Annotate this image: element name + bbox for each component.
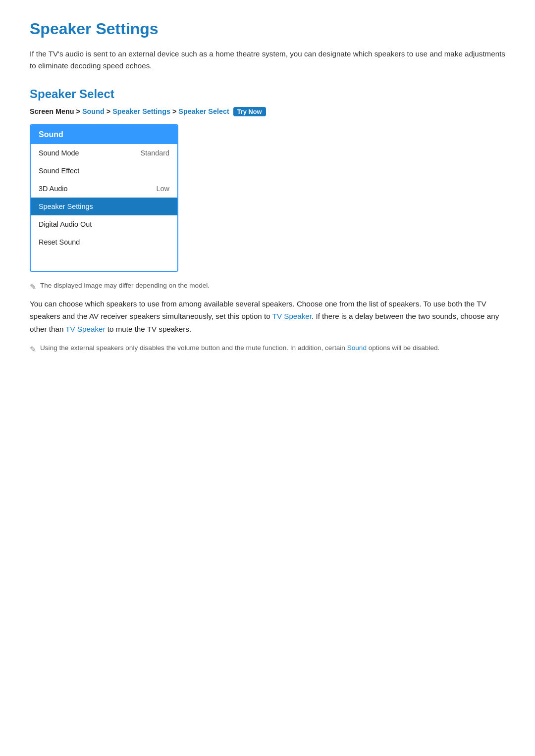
menu-item-label-3d-audio: 3D Audio: [39, 185, 67, 193]
pencil-icon: ✎: [30, 282, 36, 292]
breadcrumb-sep1: >: [76, 107, 80, 115]
breadcrumb: Screen Menu > Sound > Speaker Settings >…: [30, 107, 505, 116]
menu-item-3d-audio[interactable]: 3D Audio Low: [31, 180, 177, 198]
menu-item-sound-effect[interactable]: Sound Effect: [31, 162, 177, 180]
breadcrumb-speaker-settings[interactable]: Speaker Settings: [112, 107, 170, 115]
pencil-icon-2: ✎: [30, 343, 36, 356]
breadcrumb-sep3: >: [172, 107, 176, 115]
tv-speaker-link-1[interactable]: TV Speaker: [272, 312, 312, 320]
body-text: You can choose which speakers to use fro…: [30, 298, 505, 336]
menu-item-empty: [31, 251, 177, 271]
menu-item-speaker-settings[interactable]: Speaker Settings: [31, 198, 177, 215]
page-title: Speaker Settings: [30, 20, 505, 38]
try-now-button[interactable]: Try Now: [233, 107, 266, 116]
display-note-row: ✎ The displayed image may differ dependi…: [30, 282, 505, 292]
menu-item-reset-sound[interactable]: Reset Sound: [31, 233, 177, 251]
menu-item-value-3d-audio: Low: [157, 185, 169, 193]
bottom-note-text: Using the external speakers only disable…: [40, 343, 439, 353]
breadcrumb-sound[interactable]: Sound: [82, 107, 105, 115]
intro-text: If the TV's audio is sent to an external…: [30, 48, 505, 72]
sound-menu: Sound Sound Mode Standard Sound Effect 3…: [30, 124, 178, 272]
menu-header: Sound: [31, 125, 177, 144]
menu-item-label-sound-effect: Sound Effect: [39, 167, 79, 175]
menu-item-value-sound-mode: Standard: [141, 149, 169, 157]
menu-item-label-digital-audio-out: Digital Audio Out: [39, 220, 92, 228]
menu-item-sound-mode[interactable]: Sound Mode Standard: [31, 144, 177, 162]
menu-item-digital-audio-out[interactable]: Digital Audio Out: [31, 215, 177, 233]
display-note-text: The displayed image may differ depending…: [40, 282, 210, 289]
menu-item-label-sound-mode: Sound Mode: [39, 149, 79, 157]
sound-link[interactable]: Sound: [347, 344, 367, 352]
bottom-note-box: ✎ Using the external speakers only disab…: [30, 343, 505, 356]
breadcrumb-screen-menu: Screen Menu: [30, 107, 74, 115]
breadcrumb-speaker-select[interactable]: Speaker Select: [178, 107, 229, 115]
breadcrumb-sep2: >: [107, 107, 110, 115]
tv-speaker-link-2[interactable]: TV Speaker: [65, 325, 105, 333]
menu-item-label-speaker-settings: Speaker Settings: [39, 202, 93, 210]
section-title: Speaker Select: [30, 87, 505, 101]
menu-item-label-reset-sound: Reset Sound: [39, 238, 80, 246]
